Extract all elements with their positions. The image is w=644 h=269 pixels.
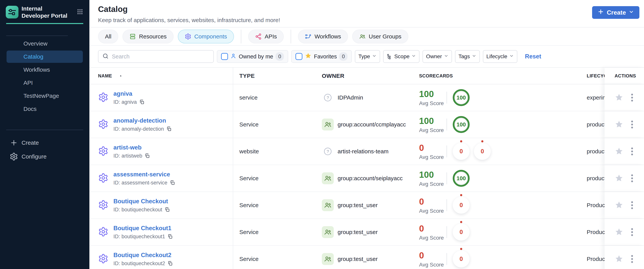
component-gear-icon	[98, 173, 108, 184]
scope-dropdown[interactable]: Scope	[383, 50, 420, 63]
copy-icon[interactable]	[170, 180, 175, 185]
favorite-star-icon[interactable]	[614, 201, 624, 210]
type-dropdown[interactable]: Type	[355, 50, 380, 63]
owned-by-me-count: 0	[276, 52, 284, 61]
copy-icon[interactable]	[139, 99, 144, 105]
favorite-star-icon[interactable]	[614, 255, 624, 264]
row-menu-icon[interactable]	[631, 255, 634, 263]
tab-all[interactable]: All	[98, 29, 118, 43]
score-separator	[446, 226, 447, 238]
tab-user-groups[interactable]: User Groups	[352, 29, 408, 43]
component-name-link[interactable]: artist-web	[114, 144, 150, 151]
scorecard-badge[interactable]: 0	[474, 143, 491, 160]
table-row: assessment-service ID: assessment-servic…	[90, 165, 644, 192]
sidebar-item-overview[interactable]: Overview	[6, 37, 83, 50]
scorecard-badge[interactable]: 0	[453, 143, 470, 160]
copy-icon[interactable]	[164, 207, 170, 212]
chevron-down-icon	[444, 53, 448, 59]
row-menu-icon[interactable]	[631, 93, 634, 102]
favorite-star-icon[interactable]	[614, 228, 624, 237]
scorecard-badge[interactable]: 0	[453, 197, 470, 214]
create-button[interactable]: Create	[592, 6, 640, 19]
sidebar-item-docs[interactable]: Docs	[6, 103, 83, 115]
owner-name: IDPAdmin	[338, 94, 363, 101]
component-lifecycle: experimental	[587, 84, 604, 111]
table-row: Boutique Checkout ID: boutiquecheckout S…	[90, 192, 644, 219]
group-icon	[322, 172, 334, 184]
tags-dropdown[interactable]: Tags	[455, 50, 480, 63]
copy-icon[interactable]	[166, 126, 172, 132]
scorecard-badge-value: 100	[456, 94, 466, 101]
dropdown-label: Lifecycle	[486, 53, 507, 59]
owner-dropdown[interactable]: Owner	[422, 50, 452, 63]
avg-score-value: 0	[419, 223, 446, 234]
scorecard-badge[interactable]: 0	[453, 251, 470, 268]
row-menu-icon[interactable]	[631, 201, 634, 210]
scorecard-badge-value: 0	[460, 256, 463, 263]
table-row: agniva ID: agniva service ? IDPAdmin 100…	[90, 84, 644, 111]
component-name-link[interactable]: assessment-service	[114, 171, 175, 178]
entity-tabs: All Resources Components APIs Workflows …	[90, 27, 644, 46]
scorecard-badge-value: 0	[460, 202, 463, 209]
component-gear-icon	[98, 200, 108, 211]
copy-icon[interactable]	[168, 261, 173, 266]
sidebar-item-label: API	[24, 79, 33, 86]
copy-icon[interactable]	[144, 153, 150, 159]
component-name-link[interactable]: agniva	[114, 90, 144, 97]
plus-icon	[10, 139, 18, 147]
sidebar-footer-configure[interactable]: Configure	[0, 150, 83, 163]
app-grid-icon[interactable]	[77, 8, 83, 16]
favorite-star-icon[interactable]	[614, 93, 624, 102]
component-name-link[interactable]: Boutique Checkout	[114, 198, 170, 205]
star-icon	[305, 52, 312, 61]
scorecard-badge[interactable]: 100	[453, 89, 470, 106]
owner-name: group:test_user	[338, 202, 378, 209]
row-menu-icon[interactable]	[631, 147, 634, 156]
scorecard-badges: 100	[453, 116, 470, 133]
scorecard-badge[interactable]: 100	[453, 170, 470, 187]
avg-score-value: 0	[419, 250, 446, 261]
scorecard-badge[interactable]: 100	[453, 116, 470, 133]
component-type: website	[233, 138, 319, 165]
component-name-link[interactable]: Boutique Checkout2	[114, 252, 173, 259]
column-header-name[interactable]: NAME	[90, 68, 233, 84]
component-type: Service	[233, 111, 319, 138]
tab-workflows[interactable]: Workflows	[298, 29, 348, 43]
search-input[interactable]	[112, 53, 210, 60]
resources-icon	[130, 33, 136, 40]
column-header-actions: ACTIONS	[604, 68, 644, 84]
favorite-star-icon[interactable]	[614, 174, 624, 183]
tab-apis[interactable]: APIs	[248, 29, 284, 43]
scorecard-badges: 100	[453, 170, 470, 187]
scorecard-badge-value: 100	[456, 175, 466, 182]
owned-by-me-checkbox[interactable]	[221, 53, 228, 60]
workflows-icon	[305, 33, 312, 40]
svg-text:?: ?	[326, 95, 329, 100]
filters-row: Owned by me 0 Favorites 0 Type Scope Own…	[90, 46, 644, 67]
sidebar-item-workflows[interactable]: Workflows	[6, 64, 83, 76]
component-name-link[interactable]: anomaly-detection	[114, 117, 172, 124]
component-gear-icon	[98, 92, 108, 103]
avg-score-label: Avg Score	[419, 100, 446, 106]
reset-filters-link[interactable]: Reset	[525, 53, 541, 60]
favorites-checkbox[interactable]	[296, 53, 302, 60]
column-header-scorecards: SCORECARDS	[419, 68, 587, 84]
sidebar-item-catalog[interactable]: Catalog	[6, 50, 83, 63]
favorite-star-icon[interactable]	[614, 147, 624, 156]
row-menu-icon[interactable]	[631, 174, 634, 183]
sidebar-footer-create[interactable]: Create	[0, 137, 83, 149]
scorecard-badge[interactable]: 0	[453, 224, 470, 241]
copy-icon[interactable]	[168, 234, 173, 239]
row-menu-icon[interactable]	[631, 228, 634, 236]
tab-resources[interactable]: Resources	[122, 29, 174, 43]
tab-components[interactable]: Components	[178, 29, 234, 43]
component-name-link[interactable]: Boutique Checkout1	[114, 225, 173, 232]
lifecycle-dropdown[interactable]: Lifecycle	[483, 50, 517, 63]
chevron-down-icon	[412, 53, 416, 59]
favorite-star-icon[interactable]	[614, 120, 624, 129]
sidebar-item-api[interactable]: API	[6, 77, 83, 89]
sidebar-item-testnewpage[interactable]: TestNewPage	[6, 90, 83, 102]
row-menu-icon[interactable]	[631, 120, 634, 129]
component-id: ID: artistweb	[114, 153, 142, 159]
component-lifecycle: Production	[587, 192, 604, 219]
